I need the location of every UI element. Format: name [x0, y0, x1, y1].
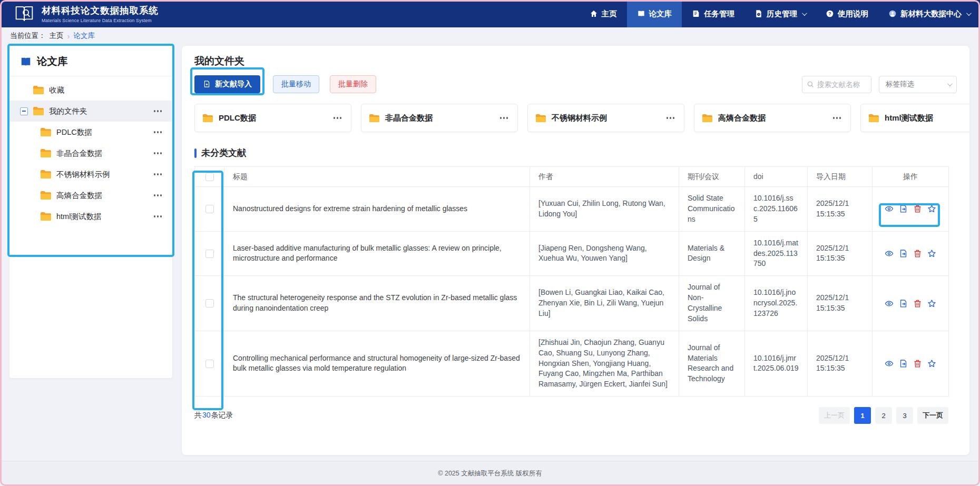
pagination: 上一页 1 2 3 下一页 [819, 407, 948, 424]
batch-delete-button[interactable]: 批量删除 [330, 75, 376, 93]
folder-icon [40, 191, 52, 200]
table-row: The structural heterogeneity response an… [195, 276, 949, 331]
page-footer: © 2025 文献抽取平台系统 版权所有 [0, 461, 980, 486]
folder-card-pdlc[interactable]: PDLC数据 [194, 104, 351, 132]
tag-filter-select[interactable]: 标签筛选 [879, 76, 957, 93]
search-box [802, 76, 871, 93]
sidebar-item-pdlc[interactable]: PDLC数据 [9, 122, 172, 143]
page-button-1[interactable]: 1 [854, 407, 871, 424]
table-row: Laser-based additive manufacturing of bu… [195, 231, 949, 276]
row-checkbox[interactable] [205, 299, 214, 308]
book-magnifier-logo-icon [14, 4, 35, 23]
table-footer: 共30条记录 上一页 1 2 3 下一页 [194, 407, 948, 424]
favorite-icon[interactable] [927, 204, 936, 213]
more-actions-icon[interactable] [152, 192, 164, 198]
paper-journal: Journal of Materials Research and Techno… [679, 331, 745, 396]
svg-text:?: ? [828, 11, 831, 16]
breadcrumb-separator: › [67, 32, 70, 41]
app-brand: 材料科技论文数据抽取系统 Materials Science Literatur… [14, 4, 159, 23]
breadcrumb-home-link[interactable]: 主页 [50, 31, 64, 41]
folder-icon [33, 106, 44, 116]
folder-card-html-test[interactable]: html测试数据 [860, 104, 969, 132]
sidebar-item-stainless-steel[interactable]: 不锈钢材料示例 [9, 164, 172, 185]
next-page-button[interactable]: 下一页 [917, 407, 948, 424]
delete-icon[interactable] [913, 249, 922, 258]
literature-table: 标题 作者 期刊/会议 doi 导入日期 操作 Nanostructured d… [194, 166, 949, 396]
more-actions-icon[interactable] [152, 129, 164, 135]
more-actions-icon[interactable] [152, 171, 164, 177]
folder-card-high-entropy-alloy[interactable]: 高熵合金数据 [694, 104, 851, 132]
search-icon [806, 80, 815, 88]
more-actions-icon[interactable] [831, 115, 843, 121]
sidebar-item-favorites[interactable]: 收藏 [9, 80, 172, 101]
folder-card-amorphous-alloy[interactable]: 非晶合金数据 [361, 104, 518, 132]
view-icon[interactable] [885, 299, 894, 308]
sidebar-item-my-folder[interactable]: 我的文件夹 [9, 101, 172, 122]
tasks-icon [692, 9, 700, 18]
delete-icon[interactable] [913, 204, 922, 213]
history-icon [754, 9, 763, 18]
nav-item-library[interactable]: 论文库 [627, 0, 682, 27]
breadcrumb-current-link[interactable]: 论文库 [74, 31, 95, 41]
export-icon[interactable] [899, 299, 908, 308]
row-checkbox[interactable] [205, 205, 214, 213]
row-actions [881, 299, 940, 308]
prev-page-button[interactable]: 上一页 [819, 407, 850, 424]
paper-import-date: 2025/12/1 15:15:35 [808, 331, 873, 396]
folder-icon [40, 148, 52, 158]
export-icon[interactable] [899, 204, 908, 213]
favorite-icon[interactable] [927, 299, 936, 308]
section-header: 未分类文献 [194, 147, 957, 159]
more-actions-icon[interactable] [331, 115, 344, 121]
more-actions-icon[interactable] [664, 115, 677, 121]
paper-journal: Materials & Design [679, 231, 745, 276]
select-all-checkbox[interactable] [205, 173, 214, 181]
more-actions-icon[interactable] [498, 115, 510, 121]
sidebar-item-amorphous-alloy[interactable]: 非晶合金数据 [9, 143, 172, 164]
table-row: Controlling mechanical performance and s… [195, 331, 949, 396]
nav-item-data-center[interactable]: 新材料大数据中心 [878, 0, 980, 27]
collapse-minus-icon[interactable] [20, 107, 28, 115]
more-actions-icon[interactable] [152, 108, 164, 114]
page-button-2[interactable]: 2 [875, 407, 892, 424]
nav-item-home[interactable]: 主页 [580, 0, 627, 27]
delete-icon[interactable] [913, 299, 922, 308]
folder-card-stainless-steel[interactable]: 不锈钢材料示例 [527, 104, 684, 132]
import-literature-button[interactable]: 新文献导入 [194, 75, 260, 93]
nav-item-tasks[interactable]: 任务管理 [682, 0, 744, 27]
folder-icon [40, 127, 52, 137]
folder-icon [702, 114, 713, 123]
column-header-actions: 操作 [873, 167, 949, 187]
top-navbar: 材料科技论文数据抽取系统 Materials Science Literatur… [0, 0, 980, 27]
page-button-3[interactable]: 3 [896, 407, 913, 424]
favorite-icon[interactable] [927, 249, 936, 258]
record-count: 共30条记录 [194, 411, 233, 420]
app-title: 材料科技论文数据抽取系统 [42, 4, 159, 17]
delete-icon[interactable] [913, 359, 922, 368]
export-icon[interactable] [899, 359, 908, 368]
chevron-down-icon [802, 11, 807, 16]
folder-tree: 收藏 我的文件夹 PDLC数据 非晶合金数据 [9, 76, 172, 227]
chevron-down-icon [947, 81, 953, 86]
favorite-icon[interactable] [927, 359, 936, 368]
paper-doi: 10.1016/j.jnoncrysol.2025.123726 [745, 276, 808, 331]
view-icon[interactable] [885, 204, 894, 213]
section-accent-bar [194, 148, 197, 158]
row-checkbox[interactable] [205, 250, 214, 258]
paper-journal: Solid State Communications [679, 187, 745, 232]
batch-move-button[interactable]: 批量移动 [273, 75, 319, 93]
library-icon [637, 9, 645, 18]
row-checkbox[interactable] [205, 360, 214, 368]
row-actions [881, 204, 940, 213]
sidebar-item-high-entropy-alloy[interactable]: 高熵合金数据 [9, 185, 172, 206]
nav-item-help[interactable]: ? 使用说明 [816, 0, 878, 27]
view-icon[interactable] [885, 249, 894, 258]
export-icon[interactable] [899, 249, 908, 258]
sidebar-item-html-test[interactable]: html测试数据 [9, 206, 172, 227]
paper-title: Controlling mechanical performance and s… [224, 331, 530, 396]
more-actions-icon[interactable] [152, 213, 164, 219]
view-icon[interactable] [885, 359, 894, 368]
nav-item-history[interactable]: 历史管理 [744, 0, 816, 27]
more-actions-icon[interactable] [152, 150, 164, 156]
document-add-icon [203, 80, 211, 88]
